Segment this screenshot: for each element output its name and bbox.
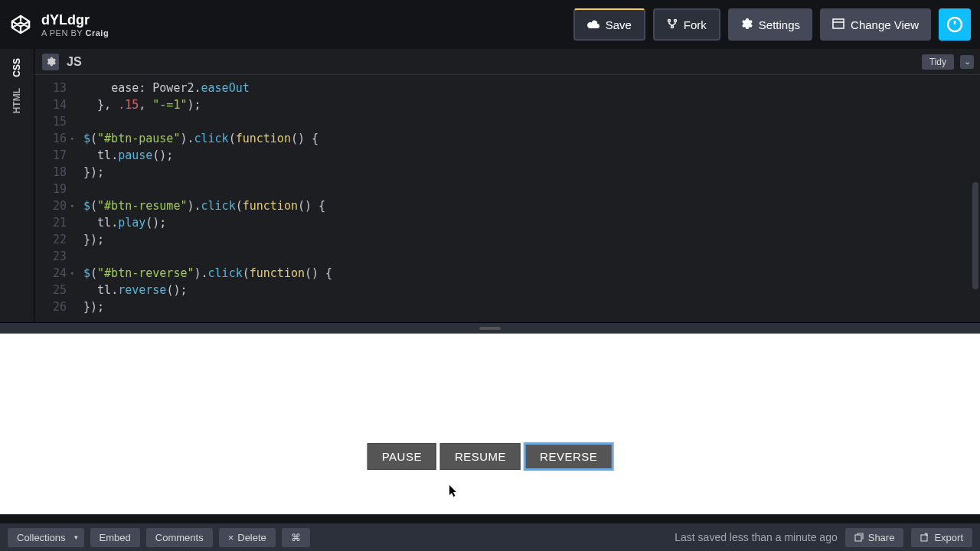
pen-title[interactable]: dYLdgr — [41, 12, 109, 28]
mouse-cursor-icon — [449, 485, 459, 500]
editor-settings-button[interactable] — [42, 54, 59, 70]
scrollbar-thumb[interactable] — [972, 182, 978, 289]
tab-html[interactable]: HTML — [10, 85, 24, 116]
chevron-down-icon: ⌄ — [964, 57, 971, 67]
keyboard-shortcuts-button[interactable]: ⌘ — [282, 528, 310, 547]
svg-point-1 — [674, 19, 676, 21]
svg-point-2 — [671, 25, 673, 28]
svg-rect-3 — [833, 19, 844, 28]
save-status: Last saved less than a minute ago — [675, 531, 837, 543]
tab-css[interactable]: CSS — [10, 55, 24, 80]
comments-button[interactable]: Comments — [146, 528, 213, 547]
change-view-button[interactable]: Change View — [820, 8, 931, 41]
pen-info: dYLdgr A PEN BY Craig — [41, 12, 109, 37]
user-avatar[interactable] — [939, 8, 971, 41]
line-gutter: 1314151617181920212223242526 — [34, 75, 73, 322]
editor-lang-label: JS — [67, 55, 82, 69]
save-button[interactable]: Save — [573, 8, 645, 41]
pane-resizer[interactable] — [0, 322, 980, 334]
pause-button[interactable]: PAUSE — [368, 443, 436, 470]
svg-point-0 — [668, 19, 670, 21]
collections-button[interactable]: Collections — [8, 528, 84, 547]
svg-rect-7 — [921, 535, 927, 541]
share-icon — [854, 533, 864, 543]
share-button[interactable]: Share — [845, 528, 904, 547]
editor-menu-button[interactable]: ⌄ — [960, 55, 974, 69]
fork-button[interactable]: Fork — [653, 8, 720, 41]
cloud-icon — [587, 18, 599, 31]
preview-pane: PAUSE RESUME REVERSE — [0, 334, 980, 514]
layout-icon — [832, 18, 844, 31]
codepen-logo-icon[interactable] — [9, 13, 32, 36]
resume-button[interactable]: RESUME — [440, 443, 521, 470]
header-actions: Save Fork Settings Change View — [573, 8, 971, 41]
editor-side-tabs: CSS HTML — [0, 49, 34, 322]
pen-byline: A PEN BY Craig — [41, 28, 109, 37]
embed-button[interactable]: Embed — [90, 528, 140, 547]
preview-controls: PAUSE RESUME REVERSE — [368, 443, 613, 470]
fork-icon — [667, 18, 678, 31]
code-editor[interactable]: 1314151617181920212223242526 ease: Power… — [34, 75, 980, 322]
editor-area: CSS HTML JS Tidy ⌄ 131415161718192021222… — [0, 49, 980, 322]
author-link[interactable]: Craig — [86, 28, 109, 37]
settings-button[interactable]: Settings — [728, 8, 812, 41]
close-icon: × — [228, 532, 234, 543]
app-header: dYLdgr A PEN BY Craig Save Fork Settings… — [0, 0, 980, 49]
code-content[interactable]: ease: Power2.easeOut }, .15, "-=1"); $("… — [73, 75, 980, 322]
export-button[interactable]: Export — [911, 528, 972, 547]
export-icon — [920, 533, 930, 543]
header-left: dYLdgr A PEN BY Craig — [9, 12, 109, 37]
editor-main: JS Tidy ⌄ 1314151617181920212223242526 e… — [34, 49, 980, 322]
gear-icon — [740, 18, 753, 32]
footer-bar: Collections Embed Comments × Delete ⌘ La… — [0, 523, 980, 551]
editor-header: JS Tidy ⌄ — [34, 49, 980, 75]
tidy-button[interactable]: Tidy — [922, 54, 954, 70]
svg-rect-6 — [855, 535, 861, 541]
reverse-button[interactable]: REVERSE — [524, 443, 612, 470]
gear-icon — [46, 57, 56, 67]
footer-right: Last saved less than a minute ago Share … — [675, 528, 972, 547]
delete-button[interactable]: × Delete — [219, 528, 276, 547]
